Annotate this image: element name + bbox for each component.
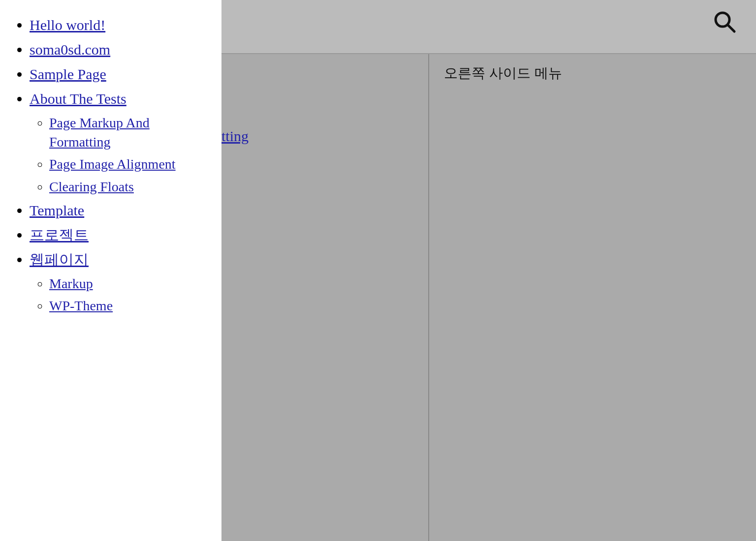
list-item: 웹페이지 Markup WP-Theme <box>30 249 212 315</box>
list-item: soma0sd.com <box>30 39 212 60</box>
list-item: WP-Theme <box>49 296 212 315</box>
list-item: Sample Page <box>30 64 212 85</box>
nav-link-markup[interactable]: Markup <box>49 276 93 291</box>
nav-link-hello-world[interactable]: Hello world! <box>30 17 105 33</box>
nav-link-soma0sd[interactable]: soma0sd.com <box>30 41 110 58</box>
nav-link-wp-theme[interactable]: WP-Theme <box>49 298 113 313</box>
navigation-panel: Hello world! soma0sd.com Sample Page Abo… <box>0 0 221 541</box>
list-item: 프로젝트 <box>30 225 212 245</box>
nav-link-webpage[interactable]: 웹페이지 <box>30 251 89 268</box>
nav-sublist-webpage: Markup WP-Theme <box>30 274 212 315</box>
search-icon <box>713 10 736 33</box>
list-item: Hello world! <box>30 15 212 35</box>
nav-link-sample-page[interactable]: Sample Page <box>30 66 106 82</box>
nav-sublist-about: Page Markup And Formatting Page Image Al… <box>30 113 212 196</box>
nav-link-project[interactable]: 프로젝트 <box>30 227 89 243</box>
list-item: Clearing Floats <box>49 177 212 196</box>
sidebar-title: 오른쪽 사이드 메뉴 <box>444 65 562 81</box>
nav-link-about-the-tests[interactable]: About The Tests <box>30 90 126 107</box>
nav-link-clearing-floats[interactable]: Clearing Floats <box>49 179 134 194</box>
nav-list: Hello world! soma0sd.com Sample Page Abo… <box>15 15 212 315</box>
right-sidebar: 오른쪽 사이드 메뉴 <box>428 54 756 541</box>
nav-link-page-markup[interactable]: Page Markup And Formatting <box>49 115 150 150</box>
svg-line-1 <box>728 25 734 31</box>
list-item: Markup <box>49 274 212 293</box>
list-item: Page Image Alignment <box>49 154 212 174</box>
list-item: Template <box>30 200 212 221</box>
nav-link-page-image-alignment[interactable]: Page Image Alignment <box>49 156 176 172</box>
header-bar <box>221 0 756 54</box>
main-content <box>221 54 428 541</box>
partial-link[interactable]: tting <box>221 128 249 145</box>
nav-link-template[interactable]: Template <box>30 202 84 218</box>
list-item: About The Tests Page Markup And Formatti… <box>30 89 212 196</box>
search-button[interactable] <box>713 10 736 37</box>
list-item: Page Markup And Formatting <box>49 113 212 151</box>
